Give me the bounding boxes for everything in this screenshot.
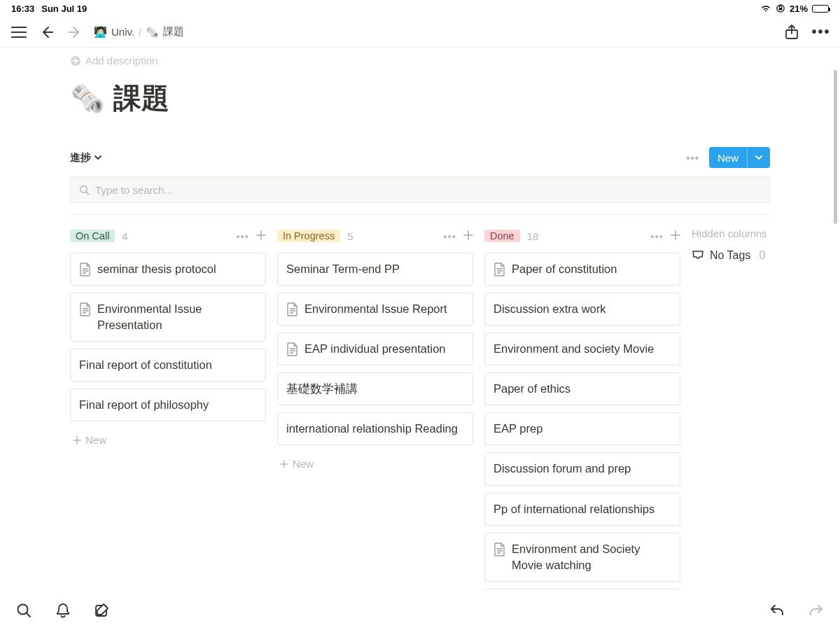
card[interactable]: seminar thesis protocol bbox=[70, 253, 266, 286]
card[interactable]: EAP individual presentation bbox=[277, 332, 473, 365]
back-button[interactable] bbox=[38, 23, 56, 41]
breadcrumb-current[interactable]: 課題 bbox=[163, 25, 184, 38]
page-icon bbox=[286, 302, 299, 316]
column-add-icon[interactable] bbox=[671, 230, 680, 242]
card-title: Discussion forum and prep bbox=[493, 461, 631, 477]
column-more-icon[interactable]: ••• bbox=[443, 230, 456, 242]
column-add-icon[interactable] bbox=[463, 230, 473, 242]
inbox-icon bbox=[692, 250, 704, 261]
column-tag[interactable]: Done bbox=[484, 230, 520, 242]
hamburger-icon[interactable] bbox=[10, 23, 28, 41]
battery-icon bbox=[812, 5, 829, 13]
breadcrumb[interactable]: 👩🏻‍💻 Univ. / 🗞️ 課題 bbox=[94, 25, 184, 38]
column-tag[interactable]: On Call bbox=[70, 230, 115, 242]
compose-button[interactable] bbox=[92, 601, 112, 620]
new-button-label: New bbox=[709, 152, 747, 164]
card-title: Final report of philosophy bbox=[79, 397, 209, 413]
new-button-dropdown[interactable] bbox=[747, 147, 770, 168]
forward-button[interactable] bbox=[66, 23, 84, 41]
card-title: 基礎数学補講 bbox=[286, 381, 358, 397]
column-done: Done18•••Paper of constitutionDiscussion… bbox=[484, 227, 680, 591]
add-description-label: Add description bbox=[85, 55, 158, 66]
page-icon bbox=[79, 262, 92, 276]
card-title: Seminar Term-end PP bbox=[286, 261, 400, 277]
wifi-icon bbox=[760, 4, 771, 13]
view-selector[interactable]: 進捗 bbox=[70, 151, 102, 164]
column-more-icon[interactable]: ••• bbox=[650, 230, 664, 242]
card[interactable]: Environment and society Movie bbox=[484, 332, 680, 365]
more-icon[interactable]: ••• bbox=[812, 23, 830, 41]
column-count: 18 bbox=[527, 230, 539, 242]
notifications-button[interactable] bbox=[53, 601, 73, 620]
bottom-toolbar bbox=[0, 591, 840, 630]
search-placeholder: Type to search... bbox=[95, 184, 173, 196]
card[interactable]: Environment and Society Movie watching bbox=[484, 533, 680, 582]
card[interactable]: Environmental Issue Presentation bbox=[70, 293, 266, 342]
no-tags-group[interactable]: No Tags0 bbox=[692, 249, 797, 262]
card-title: international relationship Reading bbox=[286, 421, 458, 437]
page-icon bbox=[493, 262, 506, 276]
card[interactable]: Final report of philosophy bbox=[70, 388, 266, 421]
card[interactable]: Discussion forum and prep bbox=[484, 452, 680, 485]
column-in_progress: In Progress5•••Seminar Term-end PPEnviro… bbox=[277, 227, 473, 475]
ipad-status-bar: 16:33 Sun Jul 19 21% bbox=[0, 0, 840, 17]
card-title: Environment and society Movie bbox=[493, 341, 654, 357]
card[interactable]: Discussion extra work bbox=[484, 293, 680, 326]
search-input[interactable]: Type to search... bbox=[70, 176, 770, 203]
card[interactable]: 基礎数学補講 bbox=[277, 372, 473, 405]
page-icon[interactable]: 🗞️ bbox=[70, 82, 105, 115]
card-title: Environment and Society Movie watching bbox=[512, 541, 671, 573]
status-date: Sun Jul 19 bbox=[41, 4, 87, 14]
undo-button[interactable] bbox=[767, 601, 787, 620]
page-title[interactable]: 課題 bbox=[113, 79, 169, 118]
view-more-button[interactable]: ••• bbox=[686, 152, 699, 164]
redo-button[interactable] bbox=[806, 601, 826, 620]
column-add-icon[interactable] bbox=[256, 230, 266, 242]
page-icon bbox=[286, 342, 299, 356]
card-title: Paper of ethics bbox=[493, 381, 570, 397]
card[interactable]: Pp of international relationships bbox=[484, 493, 680, 526]
share-icon[interactable] bbox=[783, 23, 801, 41]
card[interactable]: Paper of constitution bbox=[484, 253, 680, 286]
search-button[interactable] bbox=[14, 601, 34, 620]
column-more-icon[interactable]: ••• bbox=[236, 230, 249, 242]
hidden-columns-panel: Hidden columnsNo Tags0 bbox=[692, 227, 797, 262]
card-title: Pp of international relationships bbox=[493, 501, 654, 517]
card[interactable]: Final report of constitution bbox=[70, 349, 266, 382]
card[interactable]: Paper of ethics bbox=[484, 372, 680, 405]
page-icon bbox=[493, 542, 506, 556]
status-time: 16:33 bbox=[11, 4, 34, 14]
breadcrumb-parent[interactable]: Univ. bbox=[111, 26, 134, 38]
card-title: Environmental Issue Report bbox=[304, 301, 447, 317]
page-icon bbox=[79, 302, 92, 316]
card-title: Discussion extra work bbox=[493, 301, 606, 317]
column-on_call: On Call4•••seminar thesis protocolEnviro… bbox=[70, 227, 266, 451]
column-count: 4 bbox=[122, 230, 127, 242]
add-description[interactable]: Add description bbox=[70, 55, 770, 66]
column-tag[interactable]: In Progress bbox=[277, 230, 340, 242]
divider bbox=[70, 214, 770, 215]
column-header: Done18••• bbox=[484, 227, 680, 244]
column-header: In Progress5••• bbox=[277, 227, 473, 244]
breadcrumb-parent-icon: 👩🏻‍💻 bbox=[94, 26, 107, 38]
column-count: 5 bbox=[347, 230, 353, 242]
no-tags-count: 0 bbox=[759, 249, 765, 262]
card[interactable]: Seminar Term-end PP bbox=[277, 253, 473, 286]
card[interactable]: Environmental Issue Report bbox=[277, 293, 473, 326]
card-title: EAP individual presentation bbox=[304, 341, 446, 357]
battery-percent: 21% bbox=[790, 4, 808, 14]
add-card-button[interactable]: New bbox=[277, 452, 473, 475]
new-button[interactable]: New bbox=[709, 147, 770, 168]
search-icon bbox=[79, 185, 90, 195]
card[interactable]: international relationship Reading bbox=[277, 412, 473, 445]
page-title-row: 🗞️ 課題 bbox=[70, 79, 770, 118]
kanban-board: On Call4•••seminar thesis protocolEnviro… bbox=[70, 227, 770, 591]
orientation-lock-icon bbox=[776, 4, 785, 13]
card-title: seminar thesis protocol bbox=[97, 261, 216, 277]
hidden-columns-label[interactable]: Hidden columns bbox=[692, 227, 797, 239]
view-label: 進捗 bbox=[70, 151, 91, 164]
card-title: Paper of constitution bbox=[512, 261, 617, 277]
card-title: Environmental Issue Presentation bbox=[97, 301, 257, 333]
card[interactable]: EAP prep bbox=[484, 412, 680, 445]
add-card-button[interactable]: New bbox=[70, 428, 266, 451]
